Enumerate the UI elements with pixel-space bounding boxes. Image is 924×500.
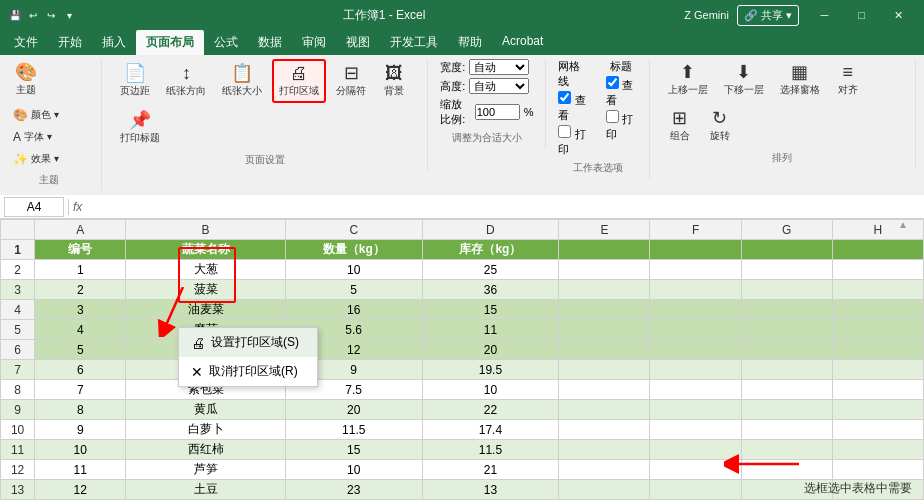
tab-view[interactable]: 视图 (336, 30, 380, 55)
cell-stock[interactable]: 15 (422, 300, 559, 320)
cell-d1[interactable]: 库存（kg） (422, 240, 559, 260)
tab-developer[interactable]: 开发工具 (380, 30, 448, 55)
cell-h[interactable] (832, 280, 923, 300)
cell-f[interactable] (650, 380, 741, 400)
cell-id[interactable]: 11 (35, 460, 126, 480)
cell-h[interactable] (832, 260, 923, 280)
formula-input[interactable] (86, 198, 920, 216)
cell-id[interactable]: 2 (35, 280, 126, 300)
cell-name[interactable]: 大葱 (126, 260, 286, 280)
cell-id[interactable]: 3 (35, 300, 126, 320)
paper-size-button[interactable]: 📋 纸张大小 (216, 60, 268, 102)
cell-id[interactable]: 12 (35, 480, 126, 500)
tab-start[interactable]: 开始 (48, 30, 92, 55)
cell-c1[interactable]: 数量（kg） (285, 240, 422, 260)
send-backward-button[interactable]: ⬇ 下移一层 (718, 59, 770, 101)
set-print-area-item[interactable]: 🖨 设置打印区域(S) (179, 328, 317, 357)
cell-g[interactable] (741, 300, 832, 320)
bring-forward-button[interactable]: ⬆ 上移一层 (662, 59, 714, 101)
cell-id[interactable]: 6 (35, 360, 126, 380)
cell-g[interactable] (741, 420, 832, 440)
close-button[interactable]: ✕ (881, 5, 916, 25)
minimize-button[interactable]: ─ (807, 5, 842, 25)
cell-h[interactable] (832, 340, 923, 360)
cell-stock[interactable]: 20 (422, 340, 559, 360)
cell-e[interactable] (559, 400, 650, 420)
col-header-h[interactable]: H (832, 220, 923, 240)
cell-stock[interactable]: 19.5 (422, 360, 559, 380)
effects-button[interactable]: ✨ 效果 ▾ (8, 149, 64, 169)
cell-id[interactable]: 7 (35, 380, 126, 400)
cell-f[interactable] (650, 400, 741, 420)
cell-f[interactable] (650, 480, 741, 500)
cell-g[interactable] (741, 260, 832, 280)
align-button[interactable]: ≡ 对齐 (830, 59, 866, 101)
cell-g[interactable] (741, 320, 832, 340)
cell-name[interactable]: 白萝卜 (126, 420, 286, 440)
cell-e[interactable] (559, 280, 650, 300)
cell-qty[interactable]: 15 (285, 440, 422, 460)
cell-h[interactable] (832, 380, 923, 400)
cell-h[interactable] (832, 300, 923, 320)
cell-stock[interactable]: 36 (422, 280, 559, 300)
col-header-d[interactable]: D (422, 220, 559, 240)
theme-button[interactable]: 🎨 主题 (8, 59, 44, 101)
col-header-e[interactable]: E (559, 220, 650, 240)
cell-stock[interactable]: 11.5 (422, 440, 559, 460)
cell-g[interactable] (741, 400, 832, 420)
undo-icon[interactable]: ↩ (26, 8, 40, 22)
cell-stock[interactable]: 22 (422, 400, 559, 420)
share-button[interactable]: 🔗 共享 ▾ (737, 5, 799, 26)
cell-f1[interactable] (650, 240, 741, 260)
col-header-a[interactable]: A (35, 220, 126, 240)
cell-g1[interactable] (741, 240, 832, 260)
cell-e[interactable] (559, 480, 650, 500)
margins-button[interactable]: 📄 页边距 (114, 60, 156, 102)
cell-h[interactable] (832, 440, 923, 460)
background-button[interactable]: 🖼 背景 (376, 60, 412, 102)
cell-f[interactable] (650, 300, 741, 320)
col-header-b[interactable]: B (126, 220, 286, 240)
cell-name[interactable]: 土豆 (126, 480, 286, 500)
cell-g[interactable] (741, 280, 832, 300)
cell-id[interactable]: 9 (35, 420, 126, 440)
cell-h[interactable] (832, 400, 923, 420)
cell-f[interactable] (650, 340, 741, 360)
tab-file[interactable]: 文件 (4, 30, 48, 55)
redo-icon[interactable]: ↪ (44, 8, 58, 22)
cell-e1[interactable] (559, 240, 650, 260)
group-button[interactable]: ⊞ 组合 (662, 105, 698, 147)
cell-f[interactable] (650, 420, 741, 440)
cell-h[interactable] (832, 360, 923, 380)
cell-qty[interactable]: 16 (285, 300, 422, 320)
cell-e[interactable] (559, 420, 650, 440)
rotate-button[interactable]: ↻ 旋转 (702, 105, 738, 147)
cell-id[interactable]: 5 (35, 340, 126, 360)
tab-page-layout[interactable]: 页面布局 (136, 30, 204, 55)
cell-name[interactable]: 西红柿 (126, 440, 286, 460)
selection-pane-button[interactable]: ▦ 选择窗格 (774, 59, 826, 101)
cell-g[interactable] (741, 360, 832, 380)
cell-qty[interactable]: 10 (285, 260, 422, 280)
customize-icon[interactable]: ▾ (62, 8, 76, 22)
cell-name[interactable]: 油麦菜 (126, 300, 286, 320)
orientation-button[interactable]: ↕ 纸张方向 (160, 60, 212, 102)
cell-h[interactable] (832, 320, 923, 340)
breaks-button[interactable]: ⊟ 分隔符 (330, 60, 372, 102)
cell-e[interactable] (559, 300, 650, 320)
clear-print-area-item[interactable]: ✕ 取消打印区域(R) (179, 357, 317, 386)
tab-help[interactable]: 帮助 (448, 30, 492, 55)
cell-qty[interactable]: 10 (285, 460, 422, 480)
cell-stock[interactable]: 17.4 (422, 420, 559, 440)
titles-print-check[interactable] (606, 110, 619, 123)
cell-id[interactable]: 4 (35, 320, 126, 340)
cell-qty[interactable]: 11.5 (285, 420, 422, 440)
gridlines-print-check[interactable] (558, 125, 571, 138)
cell-h[interactable] (832, 460, 923, 480)
cell-f[interactable] (650, 260, 741, 280)
cell-stock[interactable]: 13 (422, 480, 559, 500)
save-icon[interactable]: 💾 (8, 8, 22, 22)
tab-review[interactable]: 审阅 (292, 30, 336, 55)
print-titles-button[interactable]: 📌 打印标题 (114, 107, 166, 149)
height-select[interactable]: 自动 (469, 78, 529, 94)
